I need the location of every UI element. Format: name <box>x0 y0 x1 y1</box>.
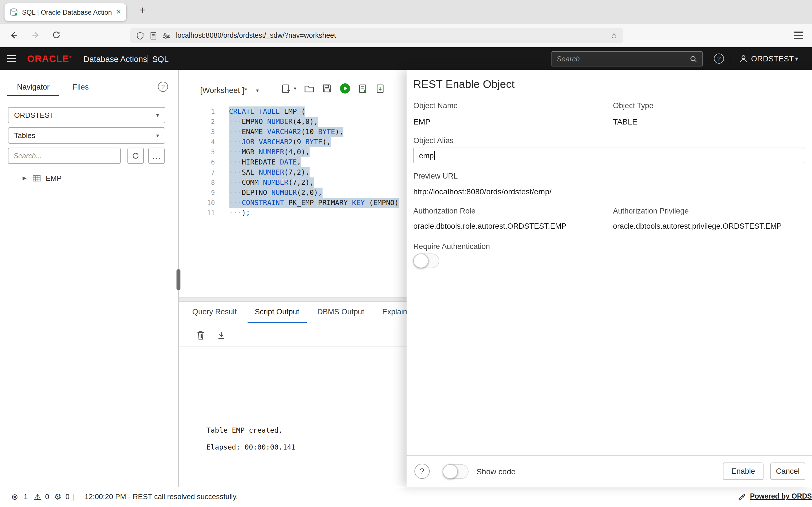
header-divider: | <box>146 54 148 63</box>
warnings-count[interactable]: 0 <box>45 492 49 501</box>
auth-privilege-label: Authorization Privilege <box>613 207 689 215</box>
warnings-icon[interactable]: ⚠ <box>34 492 41 501</box>
schema-select-value: ORDSTEST <box>14 111 54 119</box>
tab-files[interactable]: Files <box>63 79 98 96</box>
url-text[interactable]: localhost:8080/ords/ordstest/_sdw/?nav=w… <box>176 32 605 40</box>
sidebar: Navigator Files ? ORDSTEST ▾ Tables ▾ … … <box>0 70 179 487</box>
powered-by-ords-link[interactable]: Powered by ORDS <box>750 492 812 500</box>
save-icon[interactable] <box>322 83 332 94</box>
user-chevron-down-icon[interactable]: ▾ <box>795 55 798 62</box>
run-statement-button[interactable] <box>339 83 350 94</box>
code-text: ···JOB VARCHAR2(9 BYTE), <box>229 137 331 147</box>
forward-button[interactable] <box>31 31 41 40</box>
tab-dbms-output[interactable]: DBMS Output <box>310 302 371 323</box>
clear-output-trash-icon[interactable] <box>196 330 205 340</box>
bookmark-star-icon[interactable]: ☆ <box>610 31 617 40</box>
expand-caret-icon[interactable]: ▶ <box>22 175 27 181</box>
run-script-button[interactable] <box>358 83 368 94</box>
sidebar-splitter-handle[interactable] <box>176 269 181 290</box>
dialog-title: REST Enable Object <box>413 78 515 91</box>
show-code-toggle[interactable] <box>443 464 469 479</box>
app-menu-icon[interactable] <box>7 55 16 62</box>
chevron-down-icon: ▾ <box>156 128 159 143</box>
line-number: 4 <box>179 137 220 147</box>
global-search-input[interactable] <box>557 55 686 63</box>
search-icon <box>690 55 698 63</box>
line-number: 5 <box>179 147 220 157</box>
status-bar: ⊗ 1 ⚠ 0 ⚙ 0 | 12:00:20 PM - REST call re… <box>0 487 812 507</box>
status-message-link[interactable]: 12:00:20 PM - REST call resolved success… <box>85 492 238 501</box>
code-text: ···SAL NUMBER(7,2), <box>229 167 310 177</box>
preview-url-value: http://localhost:8080/ords/ordstest/emp/ <box>413 187 552 196</box>
reader-page-icon[interactable] <box>149 31 157 40</box>
object-type-select[interactable]: Tables ▾ <box>8 127 165 144</box>
ords-rocket-icon <box>738 493 746 501</box>
browser-tab[interactable]: SQL | Oracle Database Actions ✕ <box>4 3 126 21</box>
object-name-value: EMP <box>413 117 430 126</box>
more-actions-button[interactable]: … <box>148 148 165 164</box>
tree-item-emp[interactable]: ▶ EMP <box>0 172 178 184</box>
output-line: Table EMP created. <box>206 425 296 442</box>
code-text: ···CONSTRAINT PK_EMP PRIMARY KEY (EMPNO) <box>229 198 399 208</box>
code-text: ···MGR NUMBER(4,0), <box>229 147 310 157</box>
user-menu[interactable]: ORDSTEST <box>751 55 794 63</box>
code-text: ···HIREDATE DATE, <box>229 157 301 167</box>
toggle-knob <box>413 253 428 268</box>
dialog-footer: ? Show code Enable Cancel <box>407 455 812 487</box>
tab-script-output[interactable]: Script Output <box>248 302 307 323</box>
new-worksheet-chevron-down-icon[interactable]: ▾ <box>294 86 296 91</box>
shield-icon[interactable] <box>136 31 144 40</box>
global-search[interactable] <box>552 51 703 66</box>
sidebar-help-icon[interactable]: ? <box>158 82 168 92</box>
tab-close-icon[interactable]: ✕ <box>116 8 121 16</box>
tab-title: SQL | Oracle Database Actions <box>22 8 112 16</box>
processes-count[interactable]: 0 <box>65 492 69 501</box>
errors-icon[interactable]: ⊗ <box>11 492 18 501</box>
processes-gear-icon[interactable]: ⚙ <box>54 492 61 501</box>
permissions-sliders-icon[interactable] <box>162 31 171 40</box>
code-text: ···COMM NUMBER(7,2), <box>229 177 314 187</box>
address-bar[interactable]: localhost:8080/ords/ordstest/_sdw/?nav=w… <box>130 27 623 43</box>
oracle-logo: ORACLE® <box>27 54 71 65</box>
sidebar-search-input[interactable] <box>8 148 121 164</box>
cancel-button[interactable]: Cancel <box>770 462 805 480</box>
new-tab-button[interactable]: + <box>135 4 150 16</box>
object-type-label: Object Type <box>613 101 654 110</box>
line-number: 2 <box>179 117 220 127</box>
errors-count[interactable]: 1 <box>24 492 28 501</box>
product-name: Database Actions <box>84 55 147 64</box>
worksheet-chevron-down-icon[interactable]: ▾ <box>256 87 259 94</box>
line-number: 8 <box>179 177 220 187</box>
refresh-button[interactable] <box>128 148 144 164</box>
data-loading-icon[interactable] <box>375 83 386 94</box>
require-auth-toggle[interactable] <box>413 253 439 268</box>
download-output-icon[interactable] <box>216 330 226 340</box>
line-number: 10 <box>179 198 220 208</box>
help-icon[interactable]: ? <box>714 54 724 64</box>
tab-navigator[interactable]: Navigator <box>7 79 59 96</box>
browser-menu-icon[interactable] <box>794 32 803 39</box>
chevron-down-icon: ▾ <box>156 108 159 123</box>
auth-role-label: Authorization Role <box>413 207 476 215</box>
auth-role-value: oracle.dbtools.role.autorest.ORDSTEST.EM… <box>413 222 566 230</box>
object-alias-value: emp <box>419 151 434 160</box>
worksheet-tab-label[interactable]: [Worksheet ]* <box>200 86 248 95</box>
code-text: ···ENAME VARCHAR2(10 BYTE), <box>229 127 343 137</box>
code-text: ···DEPTNO NUMBER(2,0), <box>229 187 322 198</box>
back-button[interactable] <box>9 31 18 40</box>
enable-button[interactable]: Enable <box>723 462 763 480</box>
status-separator: | <box>72 492 74 501</box>
object-alias-label: Object Alias <box>413 136 454 145</box>
tab-query-result[interactable]: Query Result <box>185 302 244 323</box>
object-alias-input[interactable]: emp <box>413 148 805 163</box>
header-separator <box>731 52 731 65</box>
user-icon <box>739 54 748 64</box>
browser-tab-bar: SQL | Oracle Database Actions ✕ + <box>0 0 812 24</box>
reload-button[interactable] <box>52 31 61 40</box>
object-type-select-value: Tables <box>14 131 35 140</box>
open-folder-icon[interactable] <box>304 83 314 93</box>
schema-select[interactable]: ORDSTEST ▾ <box>8 107 165 123</box>
new-worksheet-icon[interactable] <box>281 83 291 94</box>
dialog-help-icon[interactable]: ? <box>414 464 430 479</box>
line-number: 6 <box>179 157 220 167</box>
